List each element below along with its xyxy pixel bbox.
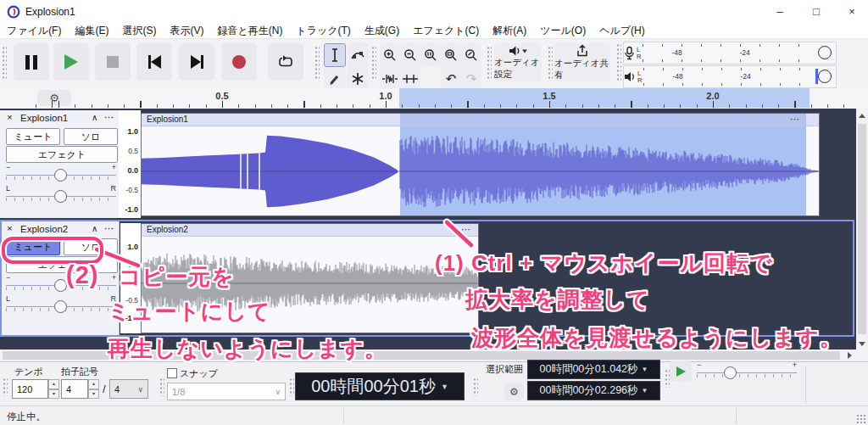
audio-setup-button[interactable]: オーディオ設定 [494,43,542,81]
envelope-tool-button[interactable] [347,43,369,67]
menu-tools[interactable]: ツール(O) [533,24,593,38]
menu-select[interactable]: 選択(S) [115,24,163,38]
meter-grip[interactable] [616,43,621,82]
track1-title[interactable]: Explosion1 [20,113,68,123]
record-button[interactable] [221,43,257,81]
menu-transport[interactable]: 録音と再生(N) [210,24,289,38]
time-toolbar-grip[interactable] [3,377,8,396]
resize-grip[interactable] [856,414,866,424]
skip-to-end-button[interactable] [179,43,214,81]
menu-generate[interactable]: 生成(G) [358,24,406,38]
speaker-icon [624,71,636,82]
pan-left-label: L [6,184,10,193]
draw-tool-button[interactable] [324,67,346,91]
silence-audio-button[interactable] [400,67,420,91]
zoom-selection-button[interactable] [420,43,441,67]
track2-menu-icon[interactable]: ⋯ [104,222,114,234]
vertical-scrollbar[interactable] [856,109,868,350]
menu-view[interactable]: 表示(V) [163,24,210,38]
tools-grip[interactable] [314,46,320,80]
play-button[interactable] [53,43,89,81]
close-icon[interactable]: × [839,3,865,20]
trim-audio-button[interactable] [380,67,400,91]
undo-button[interactable]: ↶ [441,67,461,91]
dropdown-icon: ▼ [642,387,648,394]
timesig-lower-dropdown[interactable]: 4∨ [109,379,148,399]
track1-mute-button[interactable]: ミュート [6,128,60,145]
track1-close-icon[interactable]: × [7,112,13,122]
timesig-label: 拍子記号 [61,366,98,378]
share-grip[interactable] [548,46,553,80]
scroll-right-icon[interactable] [848,352,852,359]
gain-slider-thumb[interactable] [54,169,67,182]
track1-control-panel: × Explosion1 ∧ ⋯ ミュート ソロ エフェクト − + L R [0,110,120,218]
menu-edit[interactable]: 編集(E) [68,24,115,38]
timesig-upper-field[interactable]: 4 [61,379,88,399]
timebox-grip[interactable] [289,377,294,396]
selection-end-display[interactable]: 00時間00分02.296秒▼ [527,381,660,400]
scroll-up-icon[interactable] [859,114,865,118]
tempo-spinner[interactable]: ▴▾ [48,379,59,399]
record-meter-knob[interactable] [818,46,832,59]
track1-menu-icon[interactable]: ⋯ [104,111,114,123]
edit-grip[interactable] [371,46,376,80]
track1-vertical-ruler[interactable]: 1.0 0.5 0.0 -0.5 -1.0 [119,110,141,218]
zoom-in-button[interactable] [380,43,400,67]
vertical-scrollbar-thumb[interactable] [858,124,866,334]
minimize-icon[interactable]: – [767,3,793,20]
maximize-icon[interactable]: □ [804,3,829,20]
track2-gain-slider[interactable]: − + [6,274,116,294]
scroll-down-icon[interactable] [859,342,865,346]
annotation-step2-line3: 再生しないようにします。 [108,334,387,364]
selection-options-gear-icon[interactable]: ⚙ [504,383,524,400]
pan-slider-thumb[interactable] [54,300,67,313]
track1-pan-slider[interactable]: L R [6,185,116,205]
track2-close-icon[interactable]: × [7,223,13,233]
selection-tool-button[interactable] [324,43,346,67]
track2-title[interactable]: Explosion2 [20,224,68,234]
setup-grip[interactable] [487,46,492,80]
menu-effect[interactable]: エフェクト(C) [406,24,486,38]
playback-meter-knob[interactable] [818,70,832,83]
selection-start-display[interactable]: 00時間00分01.042秒▼ [527,360,660,379]
loop-button[interactable] [268,43,303,81]
playspeed-slider[interactable]: − + [697,362,797,381]
pause-button[interactable] [14,43,49,81]
gain-slider-thumb[interactable] [54,279,67,292]
zoom-out-button[interactable] [400,43,420,67]
audio-position-display[interactable]: 00時間00分01秒▼ [295,372,465,400]
transport-grip[interactable] [2,46,7,80]
snap-grip[interactable] [159,377,164,396]
selection-grip[interactable] [473,377,478,396]
track2-pan-slider[interactable]: L R [6,295,116,316]
record-meter[interactable]: LR -48 -24 [623,42,837,64]
scale-label: -0.5 [125,186,138,194]
audio-share-button[interactable]: オーディオ共有 [554,43,610,81]
zoom-fit-project-button[interactable] [441,43,461,67]
redo-button[interactable]: ↷ [461,67,481,91]
menu-tracks[interactable]: トラック(T) [289,24,357,38]
multi-tool-button[interactable] [347,67,369,91]
track2-collapse-icon[interactable]: ∧ [92,224,97,233]
snap-value-dropdown[interactable]: 1/8∨ [167,383,286,400]
speed-slider-thumb[interactable] [724,366,737,379]
play-at-speed-button[interactable] [670,361,692,382]
playback-meter[interactable]: LR -48 -24 [623,65,837,88]
snap-checkbox[interactable] [167,368,177,378]
track1-solo-button[interactable]: ソロ [64,128,118,145]
pan-slider-thumb[interactable] [54,190,67,203]
stop-button[interactable] [95,43,131,81]
track1-clip[interactable]: Explosion1 ⋯ [141,113,820,216]
track1-gain-slider[interactable]: − + [6,164,116,184]
menu-help[interactable]: ヘルプ(H) [593,24,652,38]
menu-file[interactable]: ファイル(F) [0,24,68,38]
timeline-ruler[interactable]: ⚙ 0.5 1.0 1.5 2.0 [0,88,868,109]
track1-effects-button[interactable]: エフェクト [6,146,118,163]
zoom-toggle-button[interactable] [461,43,481,67]
track1-collapse-icon[interactable]: ∧ [92,113,97,122]
tempo-field[interactable]: 120 [12,379,48,399]
tempo-label: テンポ [14,366,43,378]
menu-analyze[interactable]: 解析(A) [486,24,533,38]
skip-to-start-button[interactable] [136,43,172,81]
timesig-spinner[interactable]: ▴▾ [88,379,99,399]
